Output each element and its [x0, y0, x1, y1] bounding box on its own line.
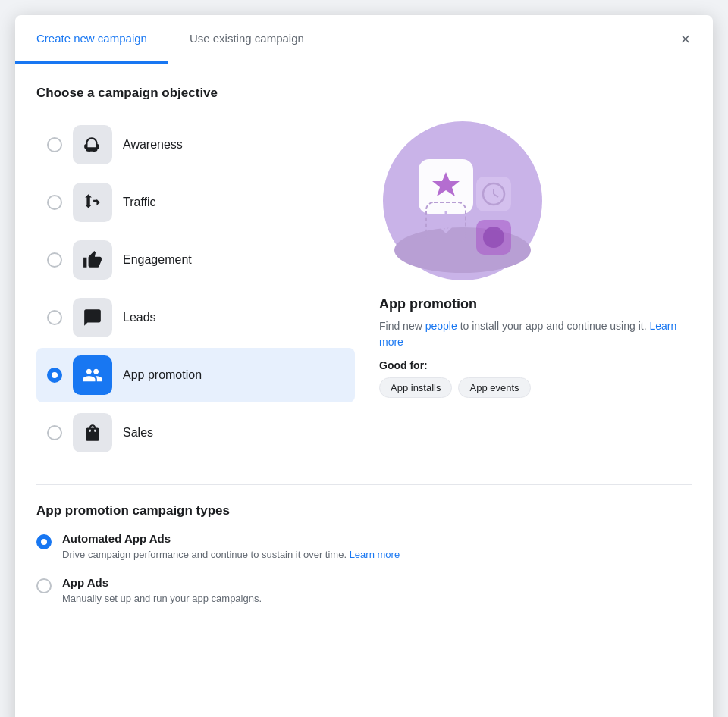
campaign-type-app-ads[interactable]: App Ads Manually set up and run your app… [36, 576, 692, 606]
engagement-label: Engagement [123, 253, 192, 267]
radio-sales[interactable] [47, 425, 62, 440]
modal-body: Choose a campaign objective Awareness Tr… [15, 64, 713, 640]
objective-traffic[interactable]: Traffic [36, 175, 355, 230]
close-button[interactable]: × [672, 26, 699, 53]
radio-awareness[interactable] [47, 137, 62, 152]
app-promotion-icon-box [73, 355, 112, 395]
tags-container: App installs App events [379, 377, 531, 398]
traffic-label: Traffic [123, 196, 156, 209]
section-title: Choose a campaign objective [36, 86, 692, 101]
tag-app-installs: App installs [379, 377, 452, 398]
automated-learn-more[interactable]: Learn more [350, 549, 400, 560]
awareness-icon-box [73, 125, 112, 164]
leads-label: Leads [123, 311, 156, 324]
automated-desc: Drive campaign performance and continue … [62, 547, 400, 562]
detail-title: App promotion [379, 296, 477, 312]
tab-create-new[interactable]: Create new campaign [15, 15, 168, 64]
sales-label: Sales [123, 426, 153, 440]
app-ads-label: App Ads [62, 576, 262, 589]
good-for-title: Good for: [379, 359, 428, 371]
leads-icon-box [73, 298, 112, 337]
modal-container: Create new campaign Use existing campaig… [15, 15, 713, 717]
objective-leads[interactable]: Leads [36, 290, 355, 345]
objectives-list: Awareness Traffic Engagement [36, 117, 355, 460]
radio-engagement[interactable] [47, 252, 62, 268]
app-ads-desc: Manually set up and run your app campaig… [62, 591, 262, 606]
tab-bar: Create new campaign Use existing campaig… [15, 15, 713, 64]
objective-app-promotion[interactable]: App promotion [36, 348, 355, 402]
automated-text-block: Automated App Ads Drive campaign perform… [62, 532, 400, 562]
objective-engagement[interactable]: Engagement [36, 233, 355, 287]
radio-leads[interactable] [47, 310, 62, 325]
radio-app-promotion[interactable] [47, 368, 62, 383]
automated-label: Automated App Ads [62, 532, 400, 545]
campaign-type-automated[interactable]: Automated App Ads Drive campaign perform… [36, 532, 692, 562]
detail-description: Find new people to install your app and … [379, 318, 692, 350]
tab-use-existing[interactable]: Use existing campaign [168, 15, 325, 64]
app-promotion-label: App promotion [123, 368, 202, 382]
awareness-label: Awareness [123, 138, 183, 152]
campaign-types-section: App promotion campaign types Automated A… [36, 484, 692, 606]
sales-icon-box [73, 413, 112, 452]
objective-sales[interactable]: Sales [36, 405, 355, 460]
tag-app-events: App events [458, 377, 530, 398]
campaign-types-title: App promotion campaign types [36, 503, 692, 518]
app-promotion-illustration [379, 117, 546, 284]
radio-traffic[interactable] [47, 195, 62, 210]
detail-panel: App promotion Find new people to install… [379, 117, 692, 460]
radio-automated[interactable] [36, 534, 52, 549]
main-area: Awareness Traffic Engagement [36, 117, 692, 460]
engagement-icon-box [73, 240, 112, 280]
objective-awareness[interactable]: Awareness [36, 117, 355, 172]
traffic-icon-box [73, 183, 112, 222]
app-ads-text-block: App Ads Manually set up and run your app… [62, 576, 262, 606]
svg-point-11 [483, 227, 504, 248]
radio-app-ads[interactable] [36, 578, 52, 593]
detail-link[interactable]: people [425, 320, 457, 332]
